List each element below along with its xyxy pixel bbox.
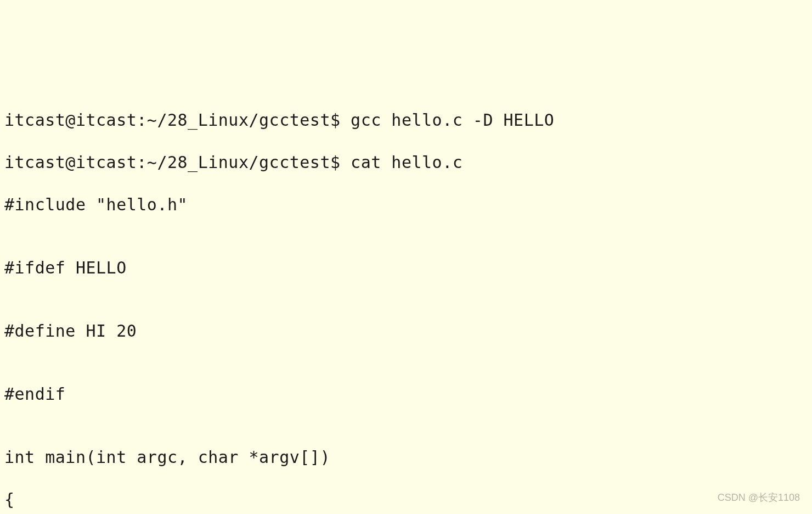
terminal-output: itcast@itcast:~/28_Linux/gcctest$ gcc he…	[4, 89, 808, 514]
watermark: CSDN @长安1108	[718, 491, 800, 504]
source-line: #define HI 20	[4, 321, 808, 342]
command-2: cat hello.c	[351, 153, 463, 172]
source-line: int main(int argc, char *argv[])	[4, 447, 808, 468]
source-line: #endif	[4, 384, 808, 405]
command-1: gcc hello.c -D HELLO	[351, 110, 554, 130]
prompt: itcast@itcast:~/28_Linux/gcctest$	[4, 153, 341, 172]
source-line: {	[4, 489, 808, 510]
prompt: itcast@itcast:~/28_Linux/gcctest$	[4, 110, 341, 130]
source-line: #include "hello.h"	[4, 194, 808, 215]
source-line: #ifdef HELLO	[4, 258, 808, 278]
prompt-line-2: itcast@itcast:~/28_Linux/gcctest$ cat he…	[4, 152, 808, 173]
prompt-line-1: itcast@itcast:~/28_Linux/gcctest$ gcc he…	[4, 110, 808, 131]
